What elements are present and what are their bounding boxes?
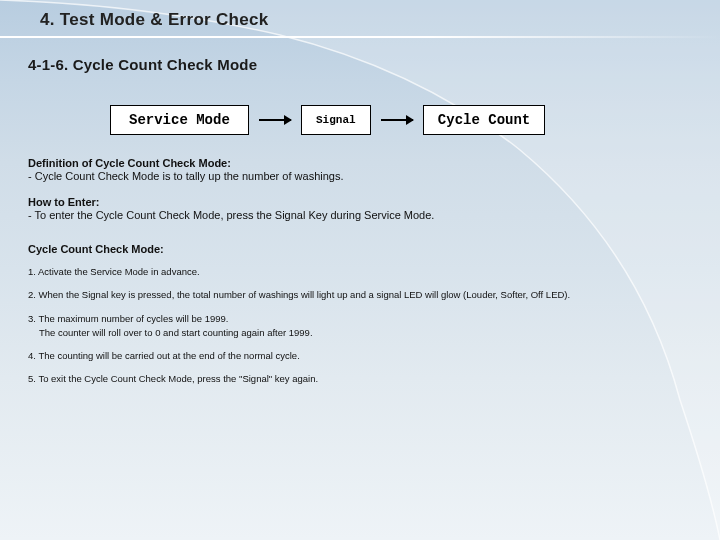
step-5: 5. To exit the Cycle Count Check Mode, p… (28, 372, 692, 386)
arrow-icon (259, 119, 291, 121)
definition-block: Definition of Cycle Count Check Mode: - … (28, 157, 692, 182)
definition-text: - Cycle Count Check Mode is to tally up … (28, 170, 692, 182)
step-3: 3. The maximum number of cycles will be … (28, 312, 692, 341)
how-to-enter-text: - To enter the Cycle Count Check Mode, p… (28, 209, 692, 221)
page-title: 4. Test Mode & Error Check (0, 0, 720, 36)
how-to-enter-block: How to Enter: - To enter the Cycle Count… (28, 196, 692, 221)
flow-box-cycle-count: Cycle Count (423, 105, 545, 135)
how-to-enter-title: How to Enter: (28, 196, 692, 208)
mode-title: Cycle Count Check Mode: (28, 243, 692, 255)
flow-box-service-mode: Service Mode (110, 105, 249, 135)
step-2: 2. When the Signal key is pressed, the t… (28, 288, 692, 302)
steps-list: 1. Activate the Service Mode in advance.… (28, 265, 692, 387)
arrow-icon (381, 119, 413, 121)
definition-title: Definition of Cycle Count Check Mode: (28, 157, 692, 169)
flow-diagram: Service Mode Signal Cycle Count (110, 105, 720, 135)
section-title: 4-1-6. Cycle Count Check Mode (0, 38, 720, 73)
mode-block: Cycle Count Check Mode: (28, 243, 692, 255)
step-1: 1. Activate the Service Mode in advance. (28, 265, 692, 279)
flow-box-signal: Signal (301, 105, 371, 135)
step-4: 4. The counting will be carried out at t… (28, 349, 692, 363)
